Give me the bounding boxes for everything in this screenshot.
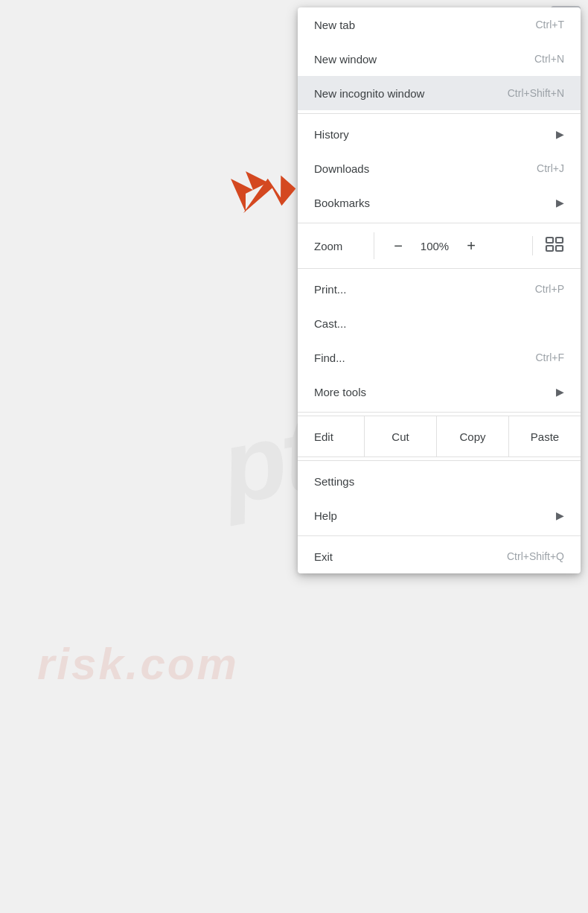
menu-item-help[interactable]: Help ▶ xyxy=(298,498,581,532)
divider-6 xyxy=(298,535,581,536)
menu-item-new-incognito-window[interactable]: New incognito window Ctrl+Shift+N xyxy=(298,76,581,110)
bookmarks-submenu-arrow: ▶ xyxy=(556,197,564,209)
menu-item-new-incognito-label: New incognito window xyxy=(314,87,424,100)
menu-item-settings[interactable]: Settings xyxy=(298,464,581,498)
menu-item-exit[interactable]: Exit Ctrl+Shift+Q xyxy=(298,539,581,573)
menu-item-bookmarks[interactable]: Bookmarks ▶ xyxy=(298,185,581,220)
menu-item-new-window-shortcut: Ctrl+N xyxy=(534,53,564,65)
menu-item-find[interactable]: Find... Ctrl+F xyxy=(298,340,581,375)
menu-item-new-tab-label: New tab xyxy=(314,19,355,31)
help-submenu-arrow: ▶ xyxy=(556,509,564,521)
menu-item-settings-label: Settings xyxy=(314,475,354,488)
menu-item-exit-label: Exit xyxy=(314,550,333,563)
menu-item-cast-label: Cast... xyxy=(314,317,346,330)
zoom-value: 100% xyxy=(416,240,453,252)
svg-rect-1 xyxy=(556,238,563,243)
menu-item-new-window[interactable]: New window Ctrl+N xyxy=(298,42,581,76)
svg-rect-3 xyxy=(556,246,563,251)
menu-item-more-tools-label: More tools xyxy=(314,386,366,398)
menu-item-bookmarks-label: Bookmarks xyxy=(314,197,370,209)
menu-item-print-label: Print... xyxy=(314,283,346,296)
menu-item-exit-shortcut: Ctrl+Shift+Q xyxy=(507,550,564,562)
menu-item-find-label: Find... xyxy=(314,351,345,364)
menu-item-help-label: Help xyxy=(314,509,337,522)
history-submenu-arrow: ▶ xyxy=(556,128,564,140)
fullscreen-button[interactable] xyxy=(532,236,564,255)
menu-item-downloads[interactable]: Downloads Ctrl+J xyxy=(298,151,581,185)
divider-2 xyxy=(298,223,581,223)
menu-item-find-shortcut: Ctrl+F xyxy=(536,351,565,363)
chrome-context-menu: New tab Ctrl+T New window Ctrl+N New inc… xyxy=(298,7,581,573)
menu-item-more-tools[interactable]: More tools ▶ xyxy=(298,375,581,409)
cut-button[interactable]: Cut xyxy=(365,416,437,456)
divider-5 xyxy=(298,460,581,461)
divider-4 xyxy=(298,412,581,413)
svg-rect-0 xyxy=(546,238,553,243)
svg-marker-5 xyxy=(231,171,268,212)
menu-item-cast[interactable]: Cast... xyxy=(298,306,581,340)
svg-marker-4 xyxy=(243,171,298,227)
zoom-row: Zoom − 100% + xyxy=(298,226,581,265)
menu-item-print[interactable]: Print... Ctrl+P xyxy=(298,272,581,306)
menu-item-print-shortcut: Ctrl+P xyxy=(535,283,564,295)
edit-label: Edit xyxy=(298,416,365,456)
menu-item-new-window-label: New window xyxy=(314,53,377,66)
menu-item-downloads-label: Downloads xyxy=(314,162,369,175)
edit-row: Edit Cut Copy Paste xyxy=(298,416,581,457)
paste-button[interactable]: Paste xyxy=(509,416,581,456)
zoom-minus-button[interactable]: − xyxy=(385,232,412,259)
divider-3 xyxy=(298,268,581,269)
menu-item-history[interactable]: History ▶ xyxy=(298,117,581,151)
svg-rect-2 xyxy=(546,246,553,251)
menu-item-new-incognito-shortcut: Ctrl+Shift+N xyxy=(508,87,564,99)
more-tools-submenu-arrow: ▶ xyxy=(556,386,564,398)
divider-1 xyxy=(298,113,581,114)
fullscreen-icon xyxy=(545,236,564,252)
menu-item-new-tab[interactable]: New tab Ctrl+T xyxy=(298,7,581,42)
zoom-label: Zoom xyxy=(314,240,366,252)
copy-button[interactable]: Copy xyxy=(437,416,509,456)
zoom-controls: − 100% + xyxy=(374,232,564,259)
menu-item-new-tab-shortcut: Ctrl+T xyxy=(536,19,565,31)
menu-item-downloads-shortcut: Ctrl+J xyxy=(537,162,564,174)
menu-item-history-label: History xyxy=(314,128,349,141)
zoom-plus-button[interactable]: + xyxy=(458,232,485,259)
